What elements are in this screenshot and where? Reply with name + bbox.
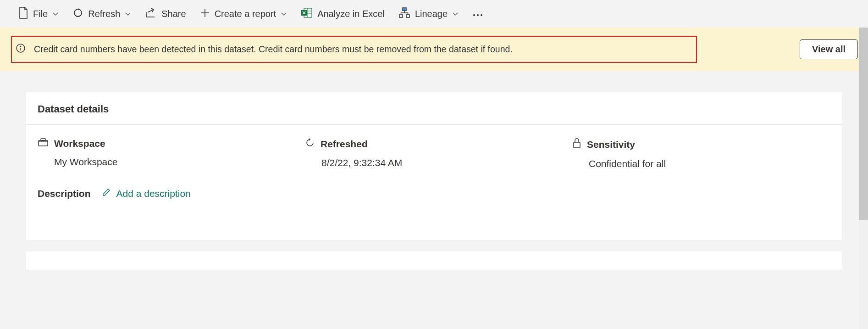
svg-point-10 [481, 14, 482, 16]
analyze-excel-label: Analyze in Excel [317, 9, 385, 19]
sensitivity-value: Confidential for all [572, 158, 830, 169]
workspace-icon [38, 138, 49, 149]
card-title: Dataset details [26, 92, 842, 125]
sensitivity-field: Sensitivity Confidential for all [572, 138, 830, 169]
refreshed-label: Refreshed [321, 139, 368, 150]
create-report-button[interactable]: Create a report [195, 5, 292, 23]
chevron-down-icon [281, 11, 287, 17]
info-icon [16, 43, 26, 56]
excel-icon [301, 7, 313, 21]
add-description-text: Add a description [116, 188, 191, 199]
warning-banner-highlight: Credit card numbers have been detected i… [11, 36, 697, 63]
refreshed-value: 8/2/22, 9:32:34 AM [305, 157, 563, 168]
vertical-scrollbar[interactable] [859, 28, 868, 281]
sensitivity-label: Sensitivity [587, 139, 635, 150]
chevron-down-icon [452, 11, 459, 17]
warning-message: Credit card numbers have been detected i… [34, 44, 513, 55]
workspace-value: My Workspace [38, 156, 296, 167]
analyze-excel-button[interactable]: Analyze in Excel [296, 5, 389, 23]
share-icon [145, 8, 157, 20]
description-label: Description [38, 188, 91, 199]
share-label: Share [161, 9, 186, 19]
toolbar: File Refresh [0, 0, 868, 28]
next-card [26, 251, 842, 270]
svg-rect-14 [41, 139, 45, 140]
svg-point-8 [473, 14, 475, 16]
workspace-field: Workspace My Workspace [38, 138, 296, 169]
lineage-icon [398, 7, 410, 21]
dataset-details-card: Dataset details Workspace My Workspac [26, 92, 842, 240]
svg-rect-5 [403, 8, 406, 11]
lineage-button[interactable]: Lineage [394, 5, 463, 23]
lineage-label: Lineage [415, 9, 448, 19]
svg-rect-6 [399, 15, 403, 17]
edit-icon [102, 188, 111, 199]
more-options-button[interactable] [468, 6, 488, 22]
file-label: File [33, 9, 48, 19]
lock-icon [572, 138, 581, 151]
svg-point-9 [477, 14, 479, 16]
svg-rect-13 [39, 140, 48, 146]
warning-banner: Credit card numbers have been detected i… [0, 28, 868, 71]
file-icon [18, 7, 28, 21]
svg-rect-7 [406, 15, 409, 17]
refresh-icon [305, 138, 315, 150]
refreshed-field: Refreshed 8/2/22, 9:32:34 AM [305, 138, 563, 169]
plus-icon [200, 8, 210, 20]
file-menu[interactable]: File [14, 4, 63, 24]
refresh-icon [72, 7, 83, 21]
share-button[interactable]: Share [140, 5, 190, 23]
refresh-label: Refresh [88, 9, 120, 19]
svg-rect-15 [574, 142, 580, 148]
chevron-down-icon [125, 11, 131, 17]
view-all-button[interactable]: View all [800, 39, 858, 59]
create-report-label: Create a report [215, 9, 276, 19]
workspace-label: Workspace [54, 138, 105, 149]
add-description-link[interactable]: Add a description [102, 188, 191, 199]
ellipsis-icon [472, 9, 483, 19]
scrollbar-thumb[interactable] [859, 28, 868, 220]
svg-point-12 [20, 46, 21, 47]
refresh-button[interactable]: Refresh [68, 5, 136, 23]
chevron-down-icon [52, 11, 59, 17]
